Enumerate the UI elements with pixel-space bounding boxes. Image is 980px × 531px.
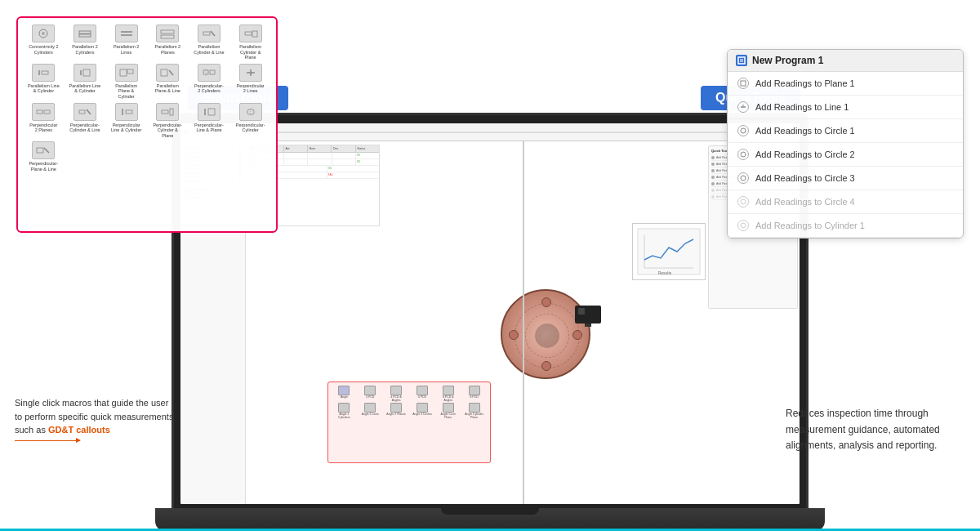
program-item-2[interactable]: Add Readings to Line 1: [728, 96, 963, 119]
item-text-1: Add Readings to Plane 1: [755, 78, 855, 88]
program-title-bar: New Program 1: [728, 50, 963, 72]
program-item-7[interactable]: Add Readings to Cylinder 1: [728, 214, 963, 238]
svg-rect-6: [161, 30, 174, 33]
smart-icon-5: ParallelismCylinder & Line: [190, 25, 229, 60]
svg-rect-17: [127, 69, 133, 74]
sio-8pcd-angles: 8 PCD &Angles: [435, 386, 461, 402]
smart-icon-10: ParallelismPlane & Line: [149, 64, 187, 100]
svg-line-9: [211, 31, 215, 36]
part-hole-left: [509, 330, 519, 340]
svg-rect-31: [162, 110, 168, 114]
svg-rect-34: [208, 109, 215, 115]
item-text-6: Add Readings to Circle 4: [755, 197, 855, 207]
svg-text:Results: Results: [658, 270, 672, 275]
smart-icon-label-1: Concentricity 2Cylinders: [29, 44, 58, 55]
svg-rect-11: [252, 31, 257, 37]
rsp-dot-5: [711, 182, 715, 185]
svg-rect-42: [741, 81, 746, 86]
svg-rect-50: [638, 229, 700, 274]
smart-icons-bottom-panel: Angle 3 PCD 4 PCD &Angles: [327, 382, 491, 463]
item-text-5: Add Readings to Circle 3: [755, 173, 855, 183]
sio-angle2lines: Angle 2 Lines: [358, 403, 383, 419]
annotation-left-text: Single click macros that guide the user …: [15, 396, 178, 437]
rsp-dot-6: [711, 189, 715, 192]
smart-icon-16: Perpendicular-Cylinder &Plane: [149, 103, 187, 139]
program-item-1[interactable]: Add Readings to Plane 1: [728, 72, 963, 96]
sio-icon-anglecylinder: [469, 403, 480, 413]
annotation-arrow: [15, 440, 178, 442]
quicktools-callout: New Program 1 Add Readings to Plane 1 Ad…: [727, 49, 964, 239]
svg-rect-21: [210, 70, 215, 74]
smart-icon-2: Parallelism 2Cylinders: [66, 25, 105, 60]
svg-rect-39: [738, 57, 745, 64]
rsp-dot-4: [711, 176, 715, 179]
svg-rect-27: [79, 110, 85, 114]
annotation-right: Reduces inspection time through measurem…: [786, 406, 965, 453]
chart-area: Results: [632, 223, 706, 280]
rsp-dot-2: [711, 163, 715, 166]
item-text-3: Add Readings to Circle 1: [755, 126, 855, 136]
program-title: New Program 1: [752, 55, 823, 66]
smart-icon-img-2: [74, 25, 96, 42]
sio-anglecylinder: Angle CylinderPlane: [461, 403, 487, 419]
item-icon-7: [737, 220, 749, 231]
smart-icon-6: ParallelismCylinder &Plane: [231, 25, 270, 60]
sio-4pcd-angles: 4 PCD &Angles: [384, 386, 409, 402]
annotation-right-text: Reduces inspection time through measurem…: [786, 406, 965, 453]
program-item-6[interactable]: Add Readings to Circle 4: [728, 190, 963, 214]
part-hole-bottom: [541, 361, 551, 371]
program-item-5[interactable]: Add Readings to Circle 3: [728, 167, 963, 190]
sio-icon-angle2cyl: [338, 403, 350, 413]
smart-icon-18: Perpendicular-Cylinder: [231, 103, 270, 139]
rsp-dot-3: [711, 169, 715, 172]
smart-icon-13: Perpendicular2 Planes: [24, 103, 63, 139]
smart-icon-12: Perpendicular2 Lines: [231, 64, 270, 100]
svg-rect-8: [203, 32, 210, 35]
smart-icon-17: Perpendicular-Line & Plane: [190, 103, 229, 139]
smart-icon-11: Perpendicular-2 Cylinders: [190, 64, 229, 100]
svg-rect-3: [79, 34, 91, 37]
smart-icon-3: Parallelism 2Lines: [107, 25, 145, 60]
program-item-4[interactable]: Add Readings to Circle 2: [728, 143, 963, 167]
sio-icon-anglecone: [443, 403, 454, 413]
sio-angle3circles: Angle 3 Circles: [410, 403, 435, 419]
sio-icon-angle: [338, 386, 350, 395]
rsp-dot-1: [711, 156, 715, 159]
program-item-3[interactable]: Add Readings to Circle 1: [728, 119, 963, 143]
toolbar-line: [218, 132, 796, 133]
smart-icon-4: Parallelism 2Planes: [149, 25, 187, 60]
smart-icon-7: Parallelism Line& Cylinder: [24, 64, 63, 100]
svg-rect-16: [120, 69, 127, 76]
svg-point-49: [741, 223, 746, 228]
sio-icon-4pcd-angles: [390, 386, 402, 395]
svg-point-1: [42, 32, 45, 35]
item-icon-2: [737, 101, 749, 113]
sio-icon-8pcd-angles: [443, 386, 454, 395]
sio-8pcd: 8 PCD: [461, 386, 487, 402]
laptop-divider: [523, 141, 524, 504]
svg-rect-7: [161, 35, 174, 38]
item-icon-3: [737, 125, 749, 136]
sio-icon-8pcd: [469, 386, 480, 395]
smart-icon-9: ParallelismPlane &Cylinder: [107, 64, 145, 100]
smart-icon-19: Perpendicular-Plane & Line: [24, 141, 63, 172]
sio-anglecone: Angle ConePlane: [435, 403, 461, 419]
sio-icon-angle2planes: [390, 403, 402, 413]
sio-grid: Angle 3 PCD 4 PCD &Angles: [328, 382, 490, 422]
sio-icon-angle2lines: [364, 403, 376, 413]
machine-part-area: [488, 277, 603, 391]
annotation-left: Single click macros that guide the user …: [15, 396, 178, 441]
svg-rect-15: [83, 69, 90, 76]
svg-rect-32: [170, 109, 173, 115]
smart-icon-8: Parallelism Line& Cylinder: [66, 64, 105, 100]
item-icon-4: [737, 149, 749, 160]
svg-rect-13: [42, 71, 48, 74]
sio-angle: Angle: [332, 386, 357, 402]
sensor-device: [575, 306, 601, 324]
svg-point-46: [741, 152, 746, 157]
part-hole-right: [572, 330, 582, 340]
part-circle: [501, 289, 590, 379]
svg-rect-25: [37, 110, 42, 114]
sensor-probe: [585, 324, 591, 327]
page-container: SmartTools QuickTools Concentricity 2Cyl…: [0, 0, 980, 531]
